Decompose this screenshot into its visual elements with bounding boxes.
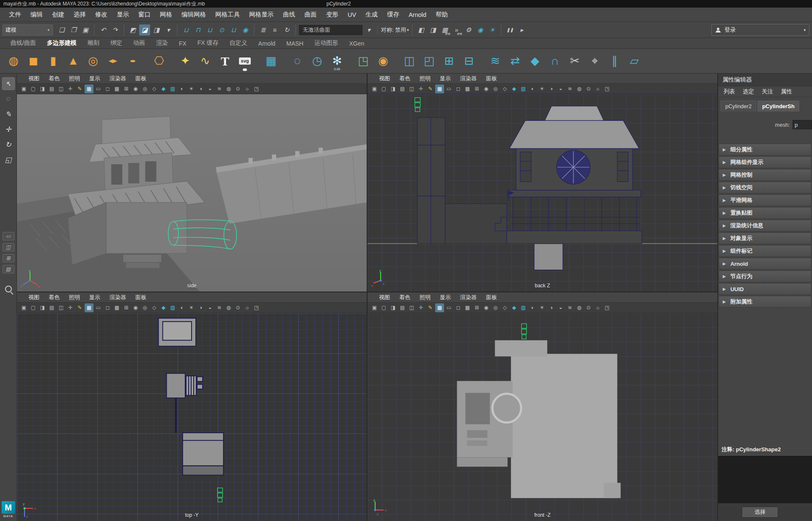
rollout-header[interactable]: ▶ 网格控制 — [719, 169, 812, 181]
snapshot-icon[interactable]: ◳ — [603, 85, 612, 93]
move-tool[interactable]: ✛ — [2, 123, 15, 136]
image-plane-icon[interactable]: ◫ — [57, 303, 66, 312]
separate-icon[interactable]: ⊟ — [460, 51, 478, 71]
image-plane-icon[interactable]: ◫ — [407, 85, 416, 93]
shelf-separator[interactable] — [282, 51, 287, 71]
exposure-icon[interactable]: ☼ — [593, 85, 602, 93]
field-chart-icon[interactable]: ⊞ — [122, 303, 131, 312]
snapshot-icon[interactable]: ◳ — [252, 85, 261, 93]
rollout-header[interactable]: ▶ 对象显示 — [719, 232, 812, 244]
viewport-canvas-top[interactable]: x y z top -Y — [17, 313, 367, 521]
menu-item[interactable]: Arnold — [404, 11, 431, 18]
shelf-tab[interactable]: 雕刻 — [82, 38, 105, 49]
camera-select-icon[interactable]: ▢ — [379, 85, 388, 93]
use-default-material-icon[interactable]: ◐ — [528, 303, 537, 312]
marquee-select-icon[interactable]: ◳ — [354, 51, 373, 71]
rollout-header[interactable]: ▶ 组件标记 — [719, 245, 812, 257]
layout-outliner-persp-button[interactable]: ▤ — [3, 265, 14, 273]
motion-blur-icon[interactable]: ≋ — [215, 303, 224, 312]
motion-blur-icon[interactable]: ≋ — [565, 303, 574, 312]
safe-action-icon[interactable]: ◉ — [131, 85, 140, 93]
attr-menu-item[interactable]: 关注 — [758, 88, 777, 95]
xray-icon[interactable]: ◍ — [575, 303, 584, 312]
poly-plane-icon[interactable]: ◆ — [104, 51, 122, 71]
paint-select-tool[interactable]: ✎ — [2, 108, 15, 120]
shelf-tab[interactable]: 多边形建模 — [41, 38, 82, 49]
field-chart-icon[interactable]: ⊞ — [472, 85, 481, 93]
tab-pcylinder2[interactable]: pCylinder2 — [721, 101, 756, 112]
viewport-menu-item[interactable]: 显示 — [435, 75, 455, 82]
chevron-down-icon[interactable]: ▾ — [363, 25, 374, 35]
attr-menu-item[interactable]: 列表 — [720, 88, 739, 95]
snap-to-view-plane-icon[interactable]: ⊔ — [228, 25, 239, 35]
rotate-tool[interactable]: ↻ — [2, 138, 15, 151]
viewport-menu-item[interactable]: 渲染器 — [455, 75, 481, 82]
ambient-occlusion-icon[interactable]: ◒ — [556, 303, 565, 312]
menu-item[interactable]: 选择 — [69, 11, 91, 19]
shelf-tab[interactable]: FX 缓存 — [192, 38, 224, 49]
viewport-menu-item[interactable]: 面板 — [131, 75, 151, 82]
lighting-icon[interactable]: ☀ — [187, 85, 196, 93]
grid-toggle-icon[interactable]: ▦ — [85, 303, 93, 312]
resolution-gate-icon[interactable]: ◻ — [103, 85, 112, 93]
open-render-view-icon[interactable]: ◧ — [416, 25, 427, 35]
shelf-tab[interactable]: 动画 — [128, 38, 151, 49]
2d-pan-zoom-icon[interactable]: ✛ — [66, 85, 75, 93]
viewport-menu-item[interactable]: 渲染器 — [105, 75, 131, 82]
bridge-icon[interactable]: ∩ — [546, 51, 564, 71]
menu-item[interactable]: 缓存 — [382, 11, 404, 19]
select-hierarchy-icon[interactable]: ◩ — [127, 25, 138, 35]
viewport-menu-item[interactable]: 照明 — [64, 294, 85, 301]
viewport-menu-item[interactable]: 显示 — [85, 75, 105, 82]
quad-draw-icon[interactable]: ▱ — [625, 51, 644, 71]
open-scene-icon[interactable]: ❐ — [68, 25, 79, 35]
ambient-occlusion-icon[interactable]: ◒ — [556, 85, 565, 93]
lighting-icon[interactable]: ☀ — [538, 85, 546, 93]
bookmark-icon[interactable]: ▤ — [47, 303, 56, 312]
resolution-gate-icon[interactable]: ◻ — [454, 85, 463, 93]
motion-blur-icon[interactable]: ≋ — [215, 85, 224, 93]
select-component-icon[interactable]: ◨ — [151, 25, 162, 35]
textured-mode-icon[interactable]: ▧ — [519, 85, 528, 93]
2d-pan-zoom-icon[interactable]: ✛ — [66, 303, 75, 312]
menu-item[interactable]: 网格显示 — [244, 11, 278, 19]
shelf-separator[interactable] — [255, 51, 261, 71]
measure-tool-icon[interactable]: ◷ — [308, 51, 326, 71]
ambient-occlusion-icon[interactable]: ◒ — [206, 303, 214, 312]
xray-icon[interactable]: ◍ — [224, 303, 233, 312]
use-default-material-icon[interactable]: ◐ — [528, 85, 537, 93]
grid-toggle-icon[interactable]: ▦ — [435, 85, 444, 93]
film-gate-icon[interactable]: ▭ — [94, 303, 103, 312]
viewport-menu-item[interactable]: 渲染器 — [455, 294, 481, 301]
safe-title-icon[interactable]: ◎ — [140, 303, 149, 312]
safe-action-icon[interactable]: ◉ — [482, 303, 491, 312]
xray-icon[interactable]: ◍ — [575, 85, 584, 93]
shaded-mode-icon[interactable]: ◆ — [510, 85, 518, 93]
rollout-header[interactable]: ▶ 附加属性 — [719, 296, 812, 308]
rollout-header[interactable]: ▶ Arnold — [719, 258, 812, 270]
notes-area[interactable] — [718, 456, 812, 503]
menu-item[interactable]: 帮助 — [431, 11, 453, 19]
resolution-gate-icon[interactable]: ◻ — [454, 303, 463, 312]
exposure-icon[interactable]: ☼ — [243, 85, 252, 93]
wireframe-icon[interactable]: ◇ — [500, 303, 509, 312]
safe-action-icon[interactable]: ◉ — [131, 303, 140, 312]
output-connections-icon[interactable]: ≡ — [269, 25, 280, 35]
xray-icon[interactable]: ◍ — [224, 85, 233, 93]
menu-item[interactable]: 网格 — [155, 11, 177, 19]
textured-mode-icon[interactable]: ▧ — [519, 303, 528, 312]
shelf-separator[interactable] — [143, 51, 148, 71]
snap-to-curve-icon[interactable]: ⊓ — [192, 25, 203, 35]
motion-blur-icon[interactable]: ≋ — [565, 85, 574, 93]
poly-cylinder-icon[interactable]: ▮ — [44, 51, 63, 71]
gate-mask-icon[interactable]: ▩ — [112, 85, 121, 93]
shaded-mode-icon[interactable]: ◆ — [159, 85, 168, 93]
film-gate-icon[interactable]: ▭ — [444, 303, 453, 312]
render-current-frame-icon[interactable]: ◨ — [428, 25, 439, 35]
viewport-menu-item[interactable]: 面板 — [481, 294, 502, 301]
viewport-menu-item[interactable]: 着色 — [395, 294, 415, 301]
zoom-icon[interactable] — [5, 286, 12, 292]
shadows-icon[interactable]: ◑ — [547, 303, 556, 312]
type-tool-icon[interactable]: T — [216, 51, 234, 71]
lasso-tool[interactable]: ◌ — [2, 93, 15, 105]
